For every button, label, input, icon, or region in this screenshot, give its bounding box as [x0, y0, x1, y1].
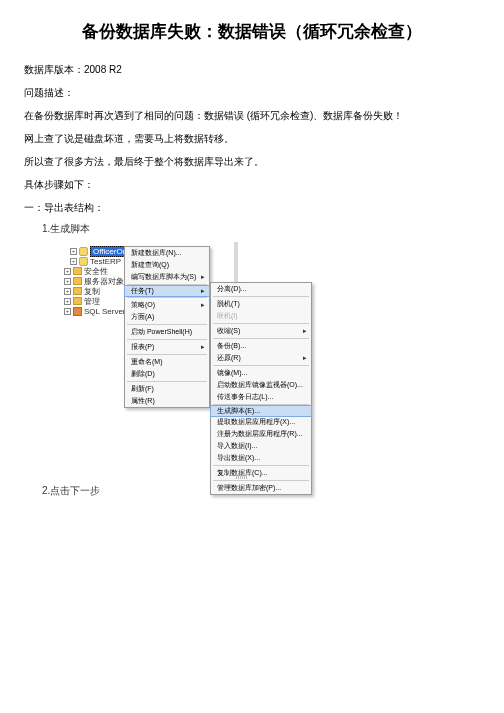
expand-icon[interactable]: +: [64, 268, 71, 275]
context-menu-tasks[interactable]: 分离(D)... 脱机(T) 联机(I) 收缩(S)▸ 备份(B)... 还原(…: [210, 282, 312, 495]
chevron-right-icon: ▸: [201, 287, 205, 295]
menu-separator: [127, 381, 207, 382]
menu-separator: [127, 297, 207, 298]
steps-heading: 具体步骤如下：: [24, 176, 480, 193]
expand-icon[interactable]: +: [64, 278, 71, 285]
menu-separator: [127, 339, 207, 340]
menu-separator: [213, 480, 309, 481]
menu-separator: [127, 354, 207, 355]
problem-heading: 问题描述：: [24, 84, 480, 101]
database-icon: [79, 257, 88, 266]
solution-intro: 所以查了很多方法，最后终于整个将数据库导出来了。: [24, 153, 480, 170]
expand-icon[interactable]: +: [64, 308, 71, 315]
section-one: 一：导出表结构：: [24, 199, 480, 216]
menu-separator: [213, 465, 309, 466]
menu-delete[interactable]: 删除(D): [125, 368, 209, 380]
menu-powershell[interactable]: 启动 PowerShell(H): [125, 326, 209, 338]
chevron-right-icon: ▸: [201, 301, 205, 309]
folder-icon: [73, 297, 82, 305]
menu-separator: [213, 338, 309, 339]
menu-new-database[interactable]: 新建数据库(N)...: [125, 247, 209, 259]
folder-icon: [73, 277, 82, 285]
expand-icon[interactable]: +: [70, 248, 77, 255]
menu-reports[interactable]: 报表(P)▸: [125, 341, 209, 353]
task-online: 联机(I): [211, 310, 311, 322]
folder-icon: [73, 287, 82, 295]
db-name: TestERP: [90, 257, 121, 266]
task-restore[interactable]: 还原(R)▸: [211, 352, 311, 364]
tree-label: 管理: [84, 296, 100, 307]
menu-separator: [213, 323, 309, 324]
ssms-screenshot: + OfficerOnline + TestERP + 安全性 + 服务器对象 …: [64, 242, 320, 474]
menu-policies[interactable]: 策略(O)▸: [125, 299, 209, 311]
task-manage-encryption[interactable]: 管理数据库加密(P)...: [211, 482, 311, 494]
folder-icon: [73, 267, 82, 275]
menu-properties[interactable]: 属性(R): [125, 395, 209, 407]
task-export-data[interactable]: 导出数据(X)...: [211, 452, 311, 464]
menu-script-db[interactable]: 编写数据库脚本为(S)▸: [125, 271, 209, 283]
drag-handle-icon: [236, 474, 248, 479]
menu-separator: [213, 296, 309, 297]
task-register-dac[interactable]: 注册为数据层应用程序(R)...: [211, 428, 311, 440]
database-icon: [79, 247, 88, 256]
agent-icon: [73, 307, 82, 316]
task-extract-dac[interactable]: 提取数据层应用程序(X)...: [211, 416, 311, 428]
task-backup[interactable]: 备份(B)...: [211, 340, 311, 352]
chevron-right-icon: ▸: [303, 327, 307, 335]
task-import-data[interactable]: 导入数据(I)...: [211, 440, 311, 452]
cause-desc: 网上查了说是磁盘坏道，需要马上将数据转移。: [24, 130, 480, 147]
chevron-right-icon: ▸: [303, 354, 307, 362]
chevron-right-icon: ▸: [201, 343, 205, 351]
expand-icon[interactable]: +: [64, 288, 71, 295]
chevron-right-icon: ▸: [201, 273, 205, 281]
problem-desc: 在备份数据库时再次遇到了相同的问题：数据错误 (循环冗余检查)、数据库备份失败！: [24, 107, 480, 124]
task-shrink[interactable]: 收缩(S)▸: [211, 325, 311, 337]
menu-facets[interactable]: 方面(A): [125, 311, 209, 323]
task-offline[interactable]: 脱机(T): [211, 298, 311, 310]
task-copy-db[interactable]: 复制数据库(C)...: [211, 467, 311, 479]
menu-refresh[interactable]: 刷新(F): [125, 383, 209, 395]
menu-tasks[interactable]: 任务(T)▸: [124, 285, 210, 297]
task-mirror[interactable]: 镜像(M)...: [211, 367, 311, 379]
menu-rename[interactable]: 重命名(M): [125, 356, 209, 368]
task-detach[interactable]: 分离(D)...: [211, 283, 311, 295]
db-version: 数据库版本：2008 R2: [24, 61, 480, 78]
expand-icon[interactable]: +: [64, 298, 71, 305]
task-mirror-monitor[interactable]: 启动数据库镜像监视器(O)...: [211, 379, 311, 391]
menu-separator: [213, 365, 309, 366]
menu-new-query[interactable]: 新建查询(Q): [125, 259, 209, 271]
page-title: 备份数据库失败：数据错误（循环冗余检查）: [24, 20, 480, 43]
menu-separator: [127, 324, 207, 325]
context-menu-primary[interactable]: 新建数据库(N)... 新建查询(Q) 编写数据库脚本为(S)▸ 任务(T)▸ …: [124, 246, 210, 408]
task-log-shipping[interactable]: 传送事务日志(L)...: [211, 391, 311, 403]
step-1: 1.生成脚本: [42, 222, 480, 236]
grey-strip: [234, 242, 238, 282]
expand-icon[interactable]: +: [70, 258, 77, 265]
